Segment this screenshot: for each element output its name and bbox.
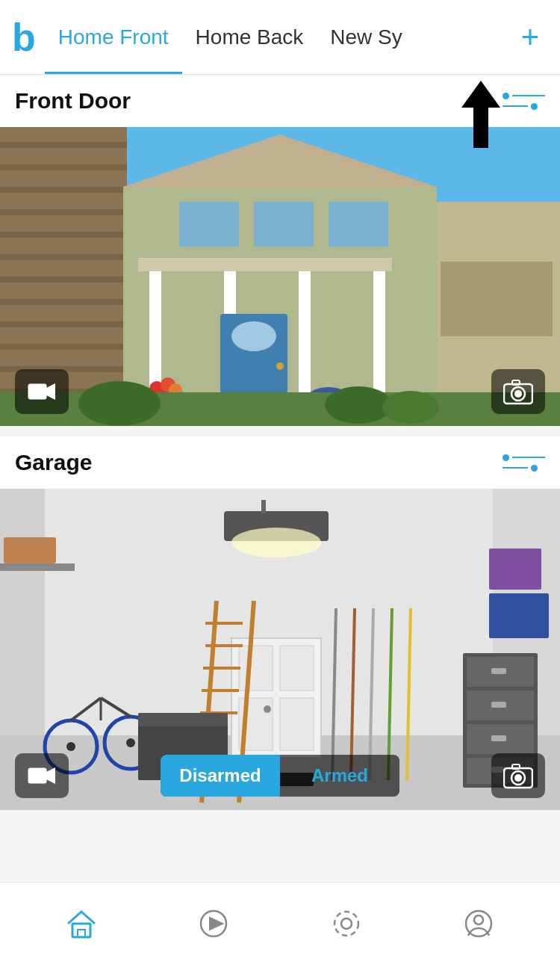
account-icon (462, 907, 495, 940)
nav-settings[interactable] (317, 894, 376, 954)
front-door-title: Front Door (15, 88, 131, 114)
svg-marker-98 (46, 767, 55, 784)
front-door-video-button[interactable] (15, 369, 69, 414)
front-door-overlay (0, 357, 560, 426)
svg-point-107 (341, 918, 352, 929)
garage-snapshot-button[interactable] (491, 753, 545, 798)
filter-line-2 (503, 105, 528, 107)
svg-rect-92 (489, 549, 541, 590)
svg-rect-45 (512, 380, 520, 385)
garage-section: Garage (0, 436, 560, 810)
tab-home-back[interactable]: Home Back (182, 0, 317, 74)
svg-rect-34 (441, 262, 553, 336)
svg-rect-4 (0, 164, 127, 170)
tab-new-sy[interactable]: New Sy (317, 0, 415, 74)
svg-rect-17 (179, 202, 239, 247)
scroll-area: Front Door (0, 75, 560, 882)
svg-rect-102 (512, 764, 520, 769)
nav-home[interactable] (52, 894, 111, 954)
svg-rect-8 (0, 254, 127, 260)
nav-playback[interactable] (184, 894, 243, 954)
garage-header: Garage (0, 436, 560, 489)
filter-dot-4 (531, 465, 538, 472)
svg-rect-40 (28, 384, 46, 399)
svg-rect-87 (491, 668, 506, 674)
filter-dot-1 (503, 93, 509, 99)
garage-video-button[interactable] (15, 753, 69, 798)
svg-rect-10 (0, 299, 127, 305)
garage-overlay: Disarmed Armed (0, 741, 560, 810)
disarmed-button[interactable]: Disarmed (161, 755, 280, 797)
video-camera-icon (28, 380, 56, 403)
photo-camera-icon-2 (503, 762, 533, 789)
svg-rect-7 (0, 232, 127, 238)
tab-home-front[interactable]: Home Front (45, 0, 182, 74)
bottom-nav (0, 882, 560, 964)
video-camera-icon-2 (28, 764, 56, 787)
svg-rect-53 (239, 646, 273, 690)
svg-point-57 (264, 705, 271, 713)
svg-point-110 (474, 915, 483, 924)
filter-dot-3 (503, 454, 509, 461)
plus-icon: + (521, 22, 540, 53)
svg-rect-11 (0, 321, 127, 327)
svg-point-60 (231, 528, 321, 557)
svg-point-44 (514, 390, 522, 398)
filter-line-1 (512, 95, 545, 96)
nav-account[interactable] (449, 894, 508, 954)
filter-line-3 (512, 457, 545, 458)
play-icon (197, 907, 230, 940)
svg-point-108 (335, 912, 358, 936)
add-system-button[interactable]: + (512, 19, 548, 55)
svg-rect-3 (0, 142, 127, 148)
garage-filter-button[interactable] (503, 454, 545, 472)
home-icon (65, 907, 98, 940)
svg-rect-9 (0, 276, 127, 282)
garage-camera-feed: Disarmed Armed (0, 489, 560, 810)
svg-rect-97 (28, 768, 46, 783)
svg-rect-6 (0, 209, 127, 215)
front-door-snapshot-button[interactable] (491, 369, 545, 414)
svg-rect-19 (329, 202, 388, 247)
svg-rect-91 (489, 593, 549, 638)
app-logo: b (12, 18, 36, 57)
armed-button[interactable]: Armed (280, 755, 399, 797)
filter-dot-2 (531, 103, 538, 110)
svg-point-26 (231, 321, 276, 351)
garage-title: Garage (15, 450, 92, 475)
svg-rect-94 (138, 713, 228, 726)
svg-rect-59 (261, 500, 266, 513)
filter-line-4 (503, 467, 528, 469)
svg-rect-5 (0, 187, 127, 193)
svg-rect-61 (0, 563, 75, 571)
svg-marker-106 (210, 918, 223, 930)
front-door-filter-button[interactable] (503, 93, 545, 110)
arrow-up-icon (461, 81, 500, 148)
svg-rect-89 (491, 735, 506, 741)
svg-rect-24 (138, 258, 392, 271)
svg-rect-12 (0, 344, 127, 350)
header: b Home Front Home Back New Sy + (0, 0, 560, 75)
tab-bar: Home Front Home Back New Sy (45, 0, 512, 74)
photo-camera-icon (503, 378, 533, 405)
front-door-camera-feed (0, 127, 560, 426)
svg-marker-41 (46, 383, 55, 400)
svg-rect-88 (491, 702, 506, 708)
upload-arrow-overlay (461, 81, 500, 148)
settings-icon (330, 907, 363, 940)
svg-rect-62 (4, 537, 56, 563)
arm-toggle: Disarmed Armed (161, 755, 399, 797)
svg-point-101 (514, 774, 522, 782)
svg-rect-54 (280, 646, 314, 690)
svg-rect-18 (254, 202, 314, 247)
